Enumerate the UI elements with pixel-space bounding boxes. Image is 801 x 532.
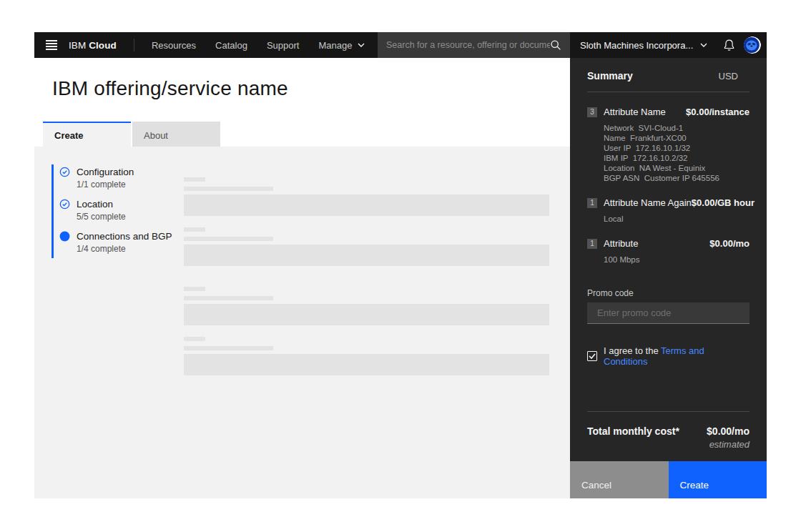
ibm-cloud-app-window: IBM Cloud Resources Catalog Support Mana… bbox=[34, 32, 767, 498]
promo-code-label: Promo code bbox=[587, 288, 750, 298]
item-name: Attribute Name bbox=[604, 107, 666, 117]
checkmark-icon bbox=[589, 353, 596, 359]
quantity-badge: 3 bbox=[587, 107, 597, 117]
step-status: 5/5 complete bbox=[77, 212, 126, 222]
nav-resources[interactable]: Resources bbox=[152, 40, 196, 51]
nav-manage[interactable]: Manage bbox=[318, 40, 365, 51]
skeleton-block bbox=[184, 304, 549, 325]
header-nav: Resources Catalog Support Manage bbox=[152, 40, 365, 51]
create-form-area: IBM offering/service name Create About C… bbox=[34, 58, 570, 498]
item-name: Attribute Name Again bbox=[604, 197, 692, 208]
skeleton-block bbox=[184, 354, 549, 375]
step-status: 1/4 complete bbox=[77, 244, 172, 254]
item-price: $0.00/mo bbox=[709, 238, 750, 249]
check-circle-icon bbox=[59, 167, 70, 177]
summary-item: 1 Attribute Name Again $0.00/GB hour Loc… bbox=[587, 197, 750, 224]
skeleton-block bbox=[184, 194, 549, 216]
skeleton-group bbox=[184, 227, 549, 266]
item-details: Local bbox=[604, 214, 750, 224]
skeleton-bar bbox=[184, 287, 205, 291]
skeleton-group bbox=[184, 287, 549, 325]
step-label: Configuration bbox=[77, 167, 134, 178]
account-switcher[interactable]: Sloth Machines Incorpora... bbox=[580, 40, 693, 51]
current-step-dot-icon bbox=[59, 231, 70, 242]
step-configuration[interactable]: Configuration 1/1 complete bbox=[59, 167, 172, 189]
item-name: Attribute bbox=[604, 238, 638, 249]
tab-bar: Create About bbox=[43, 122, 220, 147]
step-status: 1/1 complete bbox=[77, 179, 134, 189]
skeleton-group bbox=[184, 337, 549, 375]
page-title: IBM offering/service name bbox=[52, 77, 288, 100]
chevron-down-icon bbox=[358, 43, 365, 47]
currency-label: USD bbox=[719, 71, 738, 82]
step-connections-bgp[interactable]: Connections and BGP 1/4 complete bbox=[59, 231, 172, 254]
quantity-badge: 1 bbox=[587, 239, 597, 249]
ibm-cloud-logo[interactable]: IBM Cloud bbox=[69, 40, 117, 51]
order-summary-panel: Summary USD 3 Attribute Name $0.00/insta… bbox=[570, 58, 767, 498]
check-circle-icon bbox=[59, 199, 70, 210]
item-price: $0.00/GB hour bbox=[692, 197, 755, 208]
search-icon[interactable] bbox=[550, 39, 561, 51]
tab-create[interactable]: Create bbox=[43, 122, 131, 147]
tab-content: Configuration 1/1 complete Location 5/5 … bbox=[34, 147, 570, 498]
skeleton-bar bbox=[184, 337, 205, 341]
skeleton-group bbox=[184, 177, 549, 216]
notifications-bell-icon[interactable] bbox=[723, 39, 735, 51]
nav-catalog[interactable]: Catalog bbox=[215, 40, 247, 51]
terms-checkbox[interactable] bbox=[587, 351, 597, 361]
avatar[interactable] bbox=[744, 36, 761, 54]
step-label: Location bbox=[77, 199, 126, 210]
skeleton-bar bbox=[184, 177, 205, 182]
summary-item: 1 Attribute $0.00/mo 100 Mbps bbox=[587, 238, 750, 265]
header-divider bbox=[134, 39, 134, 51]
skeleton-block bbox=[184, 245, 549, 266]
skeleton-bar bbox=[184, 296, 273, 300]
promo-code-input[interactable] bbox=[587, 302, 750, 324]
item-details: 100 Mbps bbox=[604, 255, 750, 265]
quantity-badge: 1 bbox=[587, 198, 597, 208]
total-cost-value: $0.00/mo bbox=[707, 425, 750, 437]
search-input[interactable] bbox=[386, 40, 550, 50]
total-cost-label: Total monthly cost* bbox=[587, 425, 679, 437]
header-search-box bbox=[378, 32, 570, 58]
divider bbox=[587, 411, 750, 412]
skeleton-bar bbox=[184, 346, 273, 350]
item-price: $0.00/instance bbox=[686, 107, 750, 117]
step-location[interactable]: Location 5/5 complete bbox=[59, 199, 172, 222]
nav-support[interactable]: Support bbox=[267, 40, 300, 51]
skeleton-bar bbox=[184, 227, 205, 232]
terms-text: I agree to the Terms and Conditions bbox=[604, 345, 750, 367]
tab-about[interactable]: About bbox=[132, 122, 220, 147]
chevron-down-icon[interactable] bbox=[700, 43, 707, 47]
create-button[interactable]: Create bbox=[669, 461, 767, 498]
summary-item: 3 Attribute Name $0.00/instance Network … bbox=[587, 107, 750, 183]
hamburger-menu-icon[interactable] bbox=[34, 32, 69, 58]
summary-title: Summary bbox=[587, 70, 633, 82]
progress-indicator: Configuration 1/1 complete Location 5/5 … bbox=[51, 164, 172, 258]
skeleton-bar bbox=[184, 187, 273, 191]
estimated-note: estimated bbox=[570, 439, 750, 450]
skeleton-bar bbox=[184, 237, 273, 241]
step-label: Connections and BGP bbox=[77, 231, 172, 242]
account-area: Sloth Machines Incorpora... bbox=[570, 32, 767, 58]
top-header-bar: IBM Cloud Resources Catalog Support Mana… bbox=[34, 32, 767, 58]
item-details: Network SVI-Cloud-1 Name Frankfurt-XC00 … bbox=[604, 123, 750, 183]
cancel-button[interactable]: Cancel bbox=[570, 461, 669, 498]
